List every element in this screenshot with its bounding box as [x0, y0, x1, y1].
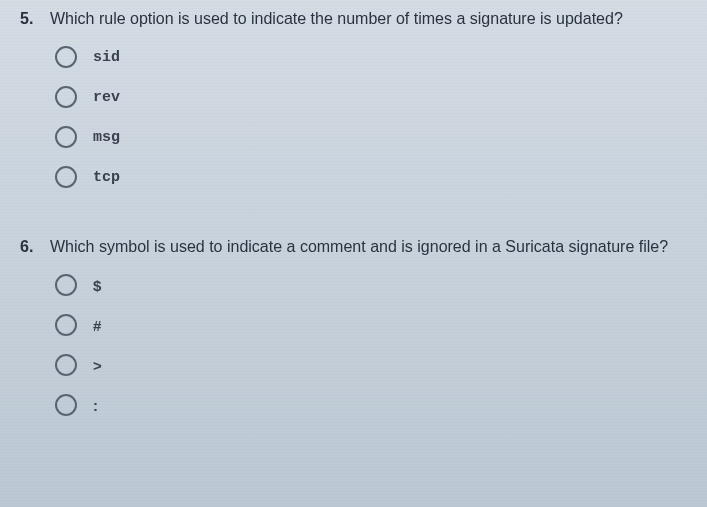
radio-button[interactable] [55, 394, 77, 416]
option-row[interactable]: $ [55, 274, 687, 296]
option-row[interactable]: msg [55, 126, 687, 148]
radio-button[interactable] [55, 354, 77, 376]
option-row[interactable]: sid [55, 46, 687, 68]
options-list: sid rev msg tcp [20, 46, 687, 188]
radio-button[interactable] [55, 126, 77, 148]
option-row[interactable]: : [55, 394, 687, 416]
radio-button[interactable] [55, 314, 77, 336]
option-label: : [93, 397, 98, 414]
option-label: msg [93, 129, 120, 146]
radio-button[interactable] [55, 86, 77, 108]
question-text: Which rule option is used to indicate th… [50, 10, 623, 28]
option-label: sid [93, 49, 120, 66]
option-label: tcp [93, 169, 120, 186]
option-row[interactable]: tcp [55, 166, 687, 188]
option-label: # [93, 317, 101, 334]
question-block-6: 6. Which symbol is used to indicate a co… [20, 238, 687, 416]
option-row[interactable]: rev [55, 86, 687, 108]
question-row: 5. Which rule option is used to indicate… [20, 10, 687, 28]
option-label: > [93, 357, 102, 374]
radio-button[interactable] [55, 166, 77, 188]
option-label: $ [93, 277, 101, 294]
radio-button[interactable] [55, 46, 77, 68]
question-number: 5. [20, 10, 50, 28]
question-number: 6. [20, 238, 50, 256]
question-text: Which symbol is used to indicate a comme… [50, 238, 668, 256]
option-row[interactable]: # [55, 314, 687, 336]
question-row: 6. Which symbol is used to indicate a co… [20, 238, 687, 256]
option-label: rev [93, 89, 120, 106]
options-list: $ # > : [20, 274, 687, 416]
radio-button[interactable] [55, 274, 77, 296]
question-block-5: 5. Which rule option is used to indicate… [20, 10, 687, 188]
option-row[interactable]: > [55, 354, 687, 376]
